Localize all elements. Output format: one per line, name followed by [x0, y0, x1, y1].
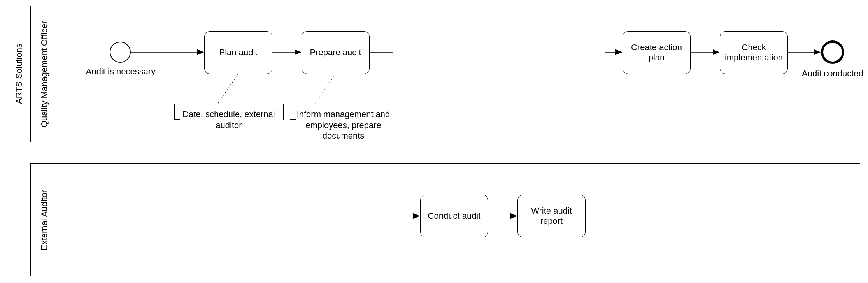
lane-qmo-label: Quality Management Officer	[39, 21, 49, 127]
task-write-audit-report: Write audit report	[517, 195, 586, 237]
lane-ext-label: External Auditor	[39, 190, 49, 250]
bpmn-canvas: ARTS Solutions Quality Management Office…	[0, 0, 868, 283]
lane-title-qmo: Quality Management Officer	[30, 6, 58, 142]
task-checkimpl-label: Check implementation	[722, 42, 785, 63]
start-event-label: Audit is necessary	[82, 66, 160, 77]
start-event	[110, 42, 131, 63]
task-plan-audit: Plan audit	[204, 31, 272, 74]
end-event	[821, 40, 844, 64]
task-create-action-plan: Create action plan	[623, 31, 691, 74]
annotation-top-plan	[180, 104, 283, 104]
start-event-text: Audit is necessary	[86, 67, 156, 76]
annotation-plan-text: Date, schedule, external auditor	[174, 109, 283, 130]
annotation-plan-label: Date, schedule, external auditor	[182, 109, 275, 130]
task-plan-label: Plan audit	[219, 47, 258, 58]
lane-title-ext: External Auditor	[30, 163, 58, 276]
task-writereport-label: Write audit report	[520, 206, 583, 226]
annotation-top-prepare	[296, 104, 397, 104]
pool-title-arts: ARTS Solutions	[7, 6, 30, 142]
pool-title-label: ARTS Solutions	[14, 44, 24, 104]
task-prepare-audit: Prepare audit	[302, 31, 370, 74]
task-conduct-label: Conduct audit	[428, 211, 481, 221]
task-createplan-label: Create action plan	[625, 42, 688, 63]
annotation-prepare-label: Inform management and employees, prepare…	[297, 109, 390, 141]
task-conduct-audit: Conduct audit	[420, 195, 488, 237]
end-event-text: Audit conducted	[802, 69, 863, 78]
task-prepare-label: Prepare audit	[310, 47, 361, 58]
annotation-prepare-text: Inform management and employees, prepare…	[288, 109, 399, 141]
task-check-implementation: Check implementation	[720, 31, 788, 74]
end-event-label: Audit conducted	[798, 68, 868, 79]
